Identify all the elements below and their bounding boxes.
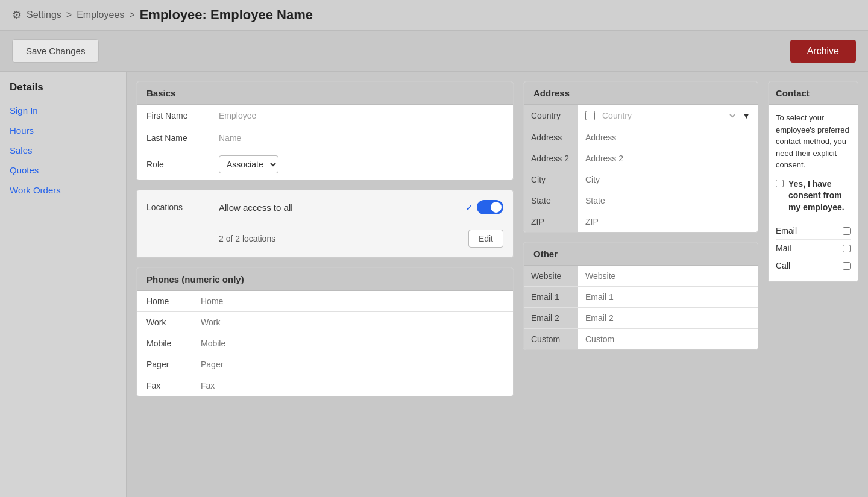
- mail-checkbox[interactable]: [843, 245, 851, 252]
- pager-label: Pager: [137, 354, 191, 375]
- contact-option-mail-row: Mail: [776, 239, 851, 257]
- sidebar: Details Sign In Hours Sales Quotes Work …: [0, 72, 127, 497]
- call-checkbox[interactable]: [843, 262, 851, 270]
- work-input[interactable]: [201, 317, 503, 327]
- table-row: Work: [137, 312, 513, 333]
- locations-count-row: 2 of 2 locations Edit: [219, 230, 503, 248]
- email1-cell[interactable]: [578, 287, 758, 308]
- table-row: Pager: [137, 354, 513, 375]
- basics-column: Basics First Name Employee Last Name Nam…: [136, 81, 514, 492]
- table-row: Email 2: [524, 308, 758, 329]
- main-layout: Details Sign In Hours Sales Quotes Work …: [0, 72, 868, 497]
- pager-input[interactable]: [201, 360, 503, 369]
- address2-input[interactable]: [585, 154, 750, 163]
- email2-input[interactable]: [585, 313, 750, 323]
- address1-input[interactable]: [585, 133, 750, 142]
- table-row: Home: [137, 291, 513, 312]
- contact-body: To select your employee's preferred cont…: [769, 105, 858, 281]
- zip-cell[interactable]: [578, 211, 758, 233]
- address1-cell[interactable]: [578, 127, 758, 148]
- contact-option-email-label: Email: [776, 226, 797, 236]
- role-select[interactable]: Associate Manager Admin Owner: [219, 155, 278, 173]
- contact-header: Contact: [769, 82, 858, 105]
- address-column: Address Country Country ▼: [523, 81, 758, 492]
- contact-option-mail-label: Mail: [776, 243, 791, 253]
- locations-panel: Locations Allow access to all ✓ 2 of 2 l…: [136, 190, 514, 258]
- archive-button[interactable]: Archive: [790, 40, 856, 63]
- role-label: Role: [137, 149, 209, 180]
- custom-label: Custom: [524, 329, 578, 350]
- country-select[interactable]: Country: [600, 110, 737, 121]
- basics-header: Basics: [137, 82, 513, 105]
- sidebar-item-quotes[interactable]: Quotes: [0, 160, 126, 180]
- city-cell[interactable]: [578, 169, 758, 190]
- website-input[interactable]: [585, 271, 750, 281]
- state-label: State: [524, 190, 578, 211]
- toolbar: Save Changes Archive: [0, 31, 868, 72]
- home-input[interactable]: [201, 296, 503, 306]
- pager-cell[interactable]: [191, 354, 513, 375]
- custom-cell[interactable]: [578, 329, 758, 350]
- gear-icon: ⚙: [12, 8, 22, 22]
- contact-column: Contact To select your employee's prefer…: [768, 81, 858, 492]
- custom-input[interactable]: [585, 334, 750, 344]
- country-checkbox[interactable]: [585, 111, 595, 120]
- first-name-value: Employee: [209, 105, 513, 127]
- toggle-switch[interactable]: [477, 200, 503, 214]
- country-cell[interactable]: Country ▼: [578, 105, 758, 127]
- fax-input[interactable]: [201, 381, 503, 390]
- zip-label: ZIP: [524, 211, 578, 233]
- address-panel: Address Country Country ▼: [523, 81, 758, 233]
- city-input[interactable]: [585, 175, 750, 184]
- email1-label: Email 1: [524, 287, 578, 308]
- basics-table: First Name Employee Last Name Name Role …: [137, 105, 513, 180]
- table-row: First Name Employee: [137, 105, 513, 127]
- website-cell[interactable]: [578, 266, 758, 287]
- mobile-cell[interactable]: [191, 333, 513, 354]
- page-title: Employee: Employee Name: [140, 7, 313, 23]
- country-label: Country: [524, 105, 578, 127]
- table-row: Last Name Name: [137, 127, 513, 149]
- sidebar-item-sign-in[interactable]: Sign In: [0, 101, 126, 120]
- other-header: Other: [524, 243, 758, 266]
- sidebar-item-hours[interactable]: Hours: [0, 120, 126, 140]
- last-name-label: Last Name: [137, 127, 209, 149]
- email1-input[interactable]: [585, 292, 750, 302]
- table-row: Address: [524, 127, 758, 148]
- toggle-container: ✓: [465, 200, 503, 214]
- table-row: ZIP: [524, 211, 758, 233]
- breadcrumb-employees[interactable]: Employees: [77, 10, 124, 20]
- breadcrumb-sep2: >: [129, 10, 134, 20]
- top-bar: ⚙ Settings > Employees > Employee: Emplo…: [0, 0, 868, 31]
- work-cell[interactable]: [191, 312, 513, 333]
- state-cell[interactable]: [578, 190, 758, 211]
- mobile-label: Mobile: [137, 333, 191, 354]
- fax-cell[interactable]: [191, 375, 513, 396]
- role-cell: Associate Manager Admin Owner: [209, 149, 513, 180]
- table-row: Mobile: [137, 333, 513, 354]
- consent-checkbox[interactable]: [776, 180, 784, 187]
- basics-panel: Basics First Name Employee Last Name Nam…: [136, 81, 514, 180]
- contact-panel: Contact To select your employee's prefer…: [768, 81, 858, 282]
- home-cell[interactable]: [191, 291, 513, 312]
- sidebar-item-sales[interactable]: Sales: [0, 140, 126, 160]
- edit-locations-button[interactable]: Edit: [468, 230, 503, 248]
- email-checkbox[interactable]: [843, 227, 851, 235]
- breadcrumb-settings[interactable]: Settings: [27, 10, 61, 20]
- contact-option-call-row: Call: [776, 257, 851, 274]
- home-label: Home: [137, 291, 191, 312]
- city-label: City: [524, 169, 578, 190]
- website-label: Website: [524, 266, 578, 287]
- table-row: State: [524, 190, 758, 211]
- email2-cell[interactable]: [578, 308, 758, 329]
- save-button[interactable]: Save Changes: [12, 39, 99, 63]
- last-name-value: Name: [209, 127, 513, 149]
- address2-cell[interactable]: [578, 148, 758, 169]
- sidebar-item-work-orders[interactable]: Work Orders: [0, 180, 126, 200]
- table-row: Role Associate Manager Admin Owner: [137, 149, 513, 180]
- mobile-input[interactable]: [201, 339, 503, 348]
- state-input[interactable]: [585, 196, 750, 205]
- address1-label: Address: [524, 127, 578, 148]
- zip-input[interactable]: [585, 217, 750, 227]
- toggle-check-icon: ✓: [465, 202, 473, 213]
